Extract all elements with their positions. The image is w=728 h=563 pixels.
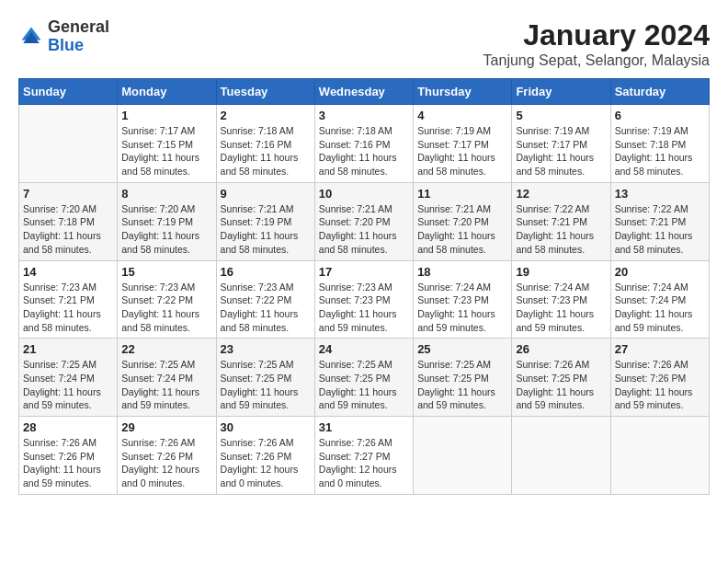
calendar-header-row: SundayMondayTuesdayWednesdayThursdayFrid… bbox=[19, 79, 710, 105]
day-number: 16 bbox=[221, 265, 311, 279]
calendar-cell: 15Sunrise: 7:23 AMSunset: 7:22 PMDayligh… bbox=[118, 260, 216, 339]
calendar-cell: 2Sunrise: 7:18 AMSunset: 7:16 PMDaylight… bbox=[216, 105, 314, 183]
calendar-cell: 14Sunrise: 7:23 AMSunset: 7:21 PMDayligh… bbox=[19, 260, 118, 339]
day-number: 1 bbox=[121, 109, 211, 122]
day-detail: Sunrise: 7:18 AMSunset: 7:16 PMDaylight:… bbox=[319, 124, 409, 178]
day-detail: Sunrise: 7:20 AMSunset: 7:18 PMDaylight:… bbox=[23, 202, 113, 257]
day-number: 15 bbox=[121, 265, 211, 279]
day-detail: Sunrise: 7:26 AMSunset: 7:25 PMDaylight:… bbox=[516, 358, 606, 412]
logo-blue: Blue bbox=[48, 36, 84, 54]
calendar-cell: 4Sunrise: 7:19 AMSunset: 7:17 PMDaylight… bbox=[414, 105, 512, 183]
day-number: 13 bbox=[615, 187, 705, 201]
day-detail: Sunrise: 7:21 AMSunset: 7:20 PMDaylight:… bbox=[417, 202, 507, 257]
logo-general: General bbox=[48, 17, 109, 36]
day-detail: Sunrise: 7:21 AMSunset: 7:19 PMDaylight:… bbox=[221, 202, 311, 257]
day-detail: Sunrise: 7:24 AMSunset: 7:23 PMDaylight:… bbox=[516, 281, 606, 335]
calendar-cell bbox=[610, 417, 709, 495]
calendar-cell: 3Sunrise: 7:18 AMSunset: 7:16 PMDaylight… bbox=[314, 105, 413, 183]
logo-icon bbox=[18, 24, 44, 50]
day-number: 30 bbox=[221, 420, 311, 434]
day-detail: Sunrise: 7:25 AMSunset: 7:24 PMDaylight:… bbox=[23, 358, 113, 412]
day-number: 29 bbox=[121, 420, 211, 434]
day-number: 11 bbox=[417, 187, 507, 201]
day-detail: Sunrise: 7:18 AMSunset: 7:16 PMDaylight:… bbox=[221, 124, 311, 178]
calendar-cell: 27Sunrise: 7:26 AMSunset: 7:26 PMDayligh… bbox=[610, 339, 709, 417]
calendar-cell: 29Sunrise: 7:26 AMSunset: 7:26 PMDayligh… bbox=[118, 417, 216, 495]
calendar-cell: 8Sunrise: 7:20 AMSunset: 7:19 PMDaylight… bbox=[118, 182, 216, 260]
day-header-sunday: Sunday bbox=[19, 79, 118, 105]
day-header-saturday: Saturday bbox=[610, 79, 709, 105]
day-number: 3 bbox=[319, 109, 409, 122]
day-detail: Sunrise: 7:25 AMSunset: 7:24 PMDaylight:… bbox=[121, 358, 211, 412]
calendar-cell: 25Sunrise: 7:25 AMSunset: 7:25 PMDayligh… bbox=[414, 339, 512, 417]
day-header-tuesday: Tuesday bbox=[216, 79, 314, 105]
day-number: 8 bbox=[121, 187, 211, 201]
calendar-title: January 2024 bbox=[483, 18, 710, 52]
day-number: 2 bbox=[221, 109, 311, 122]
day-detail: Sunrise: 7:21 AMSunset: 7:20 PMDaylight:… bbox=[319, 202, 409, 257]
calendar-cell: 26Sunrise: 7:26 AMSunset: 7:25 PMDayligh… bbox=[512, 339, 610, 417]
calendar-cell: 28Sunrise: 7:26 AMSunset: 7:26 PMDayligh… bbox=[19, 417, 118, 495]
day-detail: Sunrise: 7:19 AMSunset: 7:17 PMDaylight:… bbox=[516, 124, 606, 178]
day-detail: Sunrise: 7:26 AMSunset: 7:26 PMDaylight:… bbox=[615, 358, 705, 412]
day-number: 23 bbox=[221, 342, 311, 356]
day-number: 21 bbox=[23, 342, 113, 356]
calendar-cell: 1Sunrise: 7:17 AMSunset: 7:15 PMDaylight… bbox=[118, 105, 216, 183]
day-detail: Sunrise: 7:25 AMSunset: 7:25 PMDaylight:… bbox=[319, 358, 409, 412]
day-detail: Sunrise: 7:26 AMSunset: 7:27 PMDaylight:… bbox=[319, 436, 409, 490]
calendar-cell: 24Sunrise: 7:25 AMSunset: 7:25 PMDayligh… bbox=[314, 339, 413, 417]
calendar-cell: 16Sunrise: 7:23 AMSunset: 7:22 PMDayligh… bbox=[216, 260, 314, 339]
day-detail: Sunrise: 7:17 AMSunset: 7:15 PMDaylight:… bbox=[121, 124, 211, 178]
calendar-cell: 31Sunrise: 7:26 AMSunset: 7:27 PMDayligh… bbox=[314, 417, 413, 495]
day-number: 12 bbox=[516, 187, 606, 201]
day-header-monday: Monday bbox=[118, 79, 216, 105]
day-number: 6 bbox=[615, 109, 705, 122]
day-number: 5 bbox=[516, 109, 606, 122]
calendar-cell bbox=[512, 417, 610, 495]
calendar-week-5: 28Sunrise: 7:26 AMSunset: 7:26 PMDayligh… bbox=[19, 417, 710, 495]
calendar-week-3: 14Sunrise: 7:23 AMSunset: 7:21 PMDayligh… bbox=[19, 260, 710, 339]
day-number: 17 bbox=[319, 265, 409, 279]
day-detail: Sunrise: 7:23 AMSunset: 7:23 PMDaylight:… bbox=[319, 281, 409, 335]
day-detail: Sunrise: 7:22 AMSunset: 7:21 PMDaylight:… bbox=[516, 202, 606, 257]
logo: General Blue bbox=[18, 18, 109, 55]
day-number: 10 bbox=[319, 187, 409, 201]
calendar-subtitle: Tanjung Sepat, Selangor, Malaysia bbox=[483, 52, 710, 69]
calendar-cell: 23Sunrise: 7:25 AMSunset: 7:25 PMDayligh… bbox=[216, 339, 314, 417]
calendar-week-4: 21Sunrise: 7:25 AMSunset: 7:24 PMDayligh… bbox=[19, 339, 710, 417]
day-number: 27 bbox=[615, 342, 705, 356]
day-detail: Sunrise: 7:23 AMSunset: 7:21 PMDaylight:… bbox=[23, 281, 113, 335]
day-number: 20 bbox=[615, 265, 705, 279]
calendar-cell: 20Sunrise: 7:24 AMSunset: 7:24 PMDayligh… bbox=[610, 260, 709, 339]
day-detail: Sunrise: 7:26 AMSunset: 7:26 PMDaylight:… bbox=[23, 436, 113, 490]
day-detail: Sunrise: 7:20 AMSunset: 7:19 PMDaylight:… bbox=[121, 202, 211, 257]
day-detail: Sunrise: 7:24 AMSunset: 7:24 PMDaylight:… bbox=[615, 281, 705, 335]
day-detail: Sunrise: 7:22 AMSunset: 7:21 PMDaylight:… bbox=[615, 202, 705, 257]
day-number: 4 bbox=[417, 109, 507, 122]
day-detail: Sunrise: 7:26 AMSunset: 7:26 PMDaylight:… bbox=[121, 436, 211, 490]
day-number: 26 bbox=[516, 342, 606, 356]
calendar-cell bbox=[19, 105, 118, 183]
day-number: 22 bbox=[121, 342, 211, 356]
calendar-cell: 30Sunrise: 7:26 AMSunset: 7:26 PMDayligh… bbox=[216, 417, 314, 495]
day-number: 9 bbox=[221, 187, 311, 201]
day-number: 31 bbox=[319, 420, 409, 434]
calendar-cell: 6Sunrise: 7:19 AMSunset: 7:18 PMDaylight… bbox=[610, 105, 709, 183]
day-detail: Sunrise: 7:19 AMSunset: 7:17 PMDaylight:… bbox=[417, 124, 507, 178]
day-detail: Sunrise: 7:23 AMSunset: 7:22 PMDaylight:… bbox=[121, 281, 211, 335]
calendar-cell: 13Sunrise: 7:22 AMSunset: 7:21 PMDayligh… bbox=[610, 182, 709, 260]
day-number: 14 bbox=[23, 265, 113, 279]
calendar-cell: 5Sunrise: 7:19 AMSunset: 7:17 PMDaylight… bbox=[512, 105, 610, 183]
calendar-cell bbox=[414, 417, 512, 495]
day-detail: Sunrise: 7:26 AMSunset: 7:26 PMDaylight:… bbox=[221, 436, 311, 490]
calendar-table: SundayMondayTuesdayWednesdayThursdayFrid… bbox=[18, 78, 710, 495]
calendar-cell: 10Sunrise: 7:21 AMSunset: 7:20 PMDayligh… bbox=[314, 182, 413, 260]
day-header-thursday: Thursday bbox=[414, 79, 512, 105]
day-header-wednesday: Wednesday bbox=[314, 79, 413, 105]
day-number: 25 bbox=[417, 342, 507, 356]
title-block: January 2024 Tanjung Sepat, Selangor, Ma… bbox=[483, 18, 710, 69]
day-detail: Sunrise: 7:19 AMSunset: 7:18 PMDaylight:… bbox=[615, 124, 705, 178]
day-number: 19 bbox=[516, 265, 606, 279]
calendar-cell: 11Sunrise: 7:21 AMSunset: 7:20 PMDayligh… bbox=[414, 182, 512, 260]
calendar-cell: 22Sunrise: 7:25 AMSunset: 7:24 PMDayligh… bbox=[118, 339, 216, 417]
